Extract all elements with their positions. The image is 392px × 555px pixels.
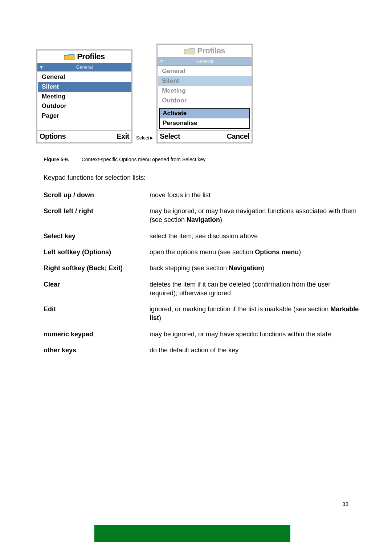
list-item[interactable]: Pager (38, 111, 131, 121)
list-item: Meeting (158, 86, 252, 96)
phone-screen-right: Profiles ▼ General General Silent Meetin… (156, 44, 253, 143)
def-term: numeric keypad (44, 330, 150, 339)
def-row: Select key select the item; see discussi… (44, 232, 359, 240)
keypad-functions-list: Scroll up / down move focus in the list … (44, 191, 359, 355)
def-row: Right softkey (Back; Exit) back stepping… (44, 264, 359, 272)
def-row: Clear deletes the item if it can be dele… (44, 280, 359, 298)
softkey-bar: Select Cancel (158, 130, 252, 142)
def-desc: may be ignored, or may have navigation f… (150, 207, 359, 224)
right-triangle-icon: ▶ (150, 135, 153, 140)
folder-icon (64, 53, 75, 61)
popup-item[interactable]: Activate (160, 109, 249, 118)
screen-title: Profiles (158, 45, 252, 57)
list-item[interactable]: Meeting (38, 92, 131, 102)
phone-screen-left: Profiles ▼ General General Silent Meetin… (36, 49, 132, 143)
left-softkey[interactable]: Options (40, 131, 66, 141)
status-bar: ▼ General (158, 57, 252, 66)
screen-title: Profiles (37, 50, 131, 63)
screen-title-text: Profiles (197, 45, 225, 56)
def-row: numeric keypad may be ignored, or may ha… (44, 330, 359, 339)
list-item[interactable]: Outdoor (38, 101, 131, 111)
profile-list[interactable]: General Silent Meeting Outdoor Pager (37, 72, 131, 130)
select-arrow-label: Select▶ (136, 135, 153, 141)
options-popup[interactable]: Activate Personalise (159, 108, 250, 129)
def-row: Edit ignored, or marking function if the… (44, 305, 359, 323)
def-term: Clear (44, 280, 150, 298)
def-row: Left softkey (Options) open the options … (44, 248, 359, 256)
list-item: General (158, 66, 252, 76)
def-term: Edit (44, 305, 150, 323)
right-softkey[interactable]: Exit (117, 131, 129, 141)
def-desc: open the options menu (see section Optio… (150, 248, 359, 256)
def-term: Left softkey (Options) (44, 248, 150, 256)
signal-icon: ▼ (159, 58, 164, 65)
figure-caption-text: Context-specific Options menu opened fro… (82, 157, 207, 162)
figure: Profiles ▼ General General Silent Meetin… (36, 44, 359, 143)
popup-item[interactable]: Personalise (160, 118, 249, 128)
folder-icon (184, 47, 195, 55)
def-row: Scroll up / down move focus in the list (44, 191, 359, 199)
def-term: Scroll up / down (44, 191, 150, 199)
def-term: other keys (44, 346, 150, 355)
right-softkey[interactable]: Cancel (227, 131, 250, 141)
def-row: other keys do the default action of the … (44, 346, 359, 355)
def-desc: move focus in the list (150, 191, 359, 199)
list-item[interactable]: Silent (38, 82, 131, 92)
def-term: Scroll left / right (44, 207, 150, 224)
status-bar: ▼ General (37, 63, 131, 72)
def-term: Select key (44, 232, 150, 240)
footer-bar (94, 525, 290, 542)
def-desc: do the default action of the key (150, 346, 359, 355)
list-item: Silent (158, 76, 252, 86)
page-number: 33 (342, 501, 348, 508)
def-term: Right softkey (Back; Exit) (44, 264, 150, 272)
status-bar-label: General (76, 64, 93, 70)
intro-text: Keypad functions for selection lists: (44, 173, 359, 182)
def-desc: select the item; see discussion above (150, 232, 359, 240)
list-item: Outdoor (158, 96, 252, 106)
screen-title-text: Profiles (77, 51, 105, 62)
profile-list: General Silent Meeting Outdoor (158, 66, 252, 106)
def-desc: ignored, or marking function if the list… (150, 305, 359, 323)
def-desc: deletes the item if it can be deleted (c… (150, 280, 359, 298)
signal-icon: ▼ (39, 64, 44, 71)
figure-caption: Figure 5-9. Context-specific Options men… (44, 156, 359, 163)
figure-number: Figure 5-9. (44, 157, 69, 162)
list-item[interactable]: General (38, 72, 131, 82)
status-bar-label: General (196, 58, 213, 65)
def-row: Scroll left / right may be ignored, or m… (44, 207, 359, 224)
softkey-bar: Options Exit (37, 130, 131, 142)
left-softkey[interactable]: Select (160, 131, 180, 141)
def-desc: may be ignored, or may have specific fun… (150, 330, 359, 339)
def-desc: back stepping (see section Navigation) (150, 264, 359, 272)
